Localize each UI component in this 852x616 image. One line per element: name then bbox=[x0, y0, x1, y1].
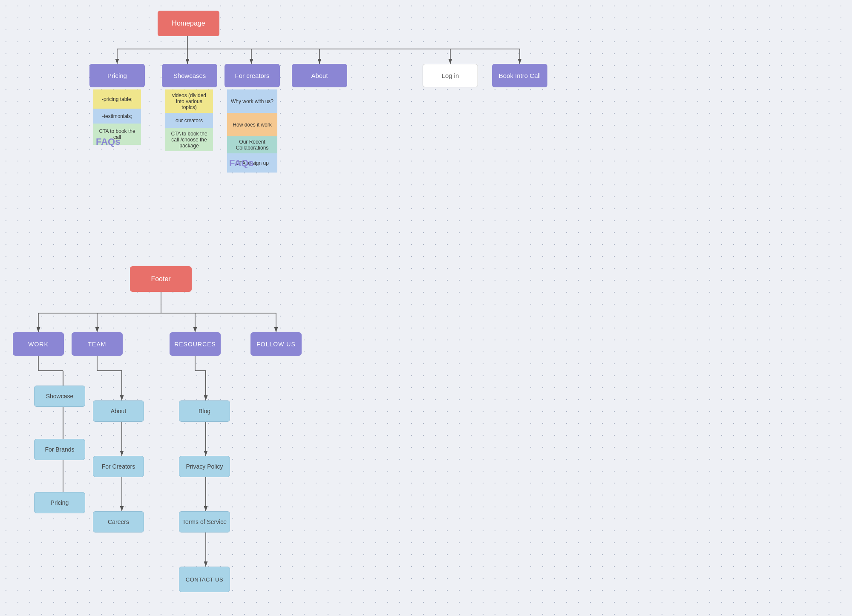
login-node[interactable]: Log in bbox=[423, 64, 478, 87]
for-brands-link-node[interactable]: For Brands bbox=[34, 439, 85, 460]
pricing-sub-1: -pricing table; bbox=[93, 89, 141, 109]
about-main-node[interactable]: About bbox=[292, 64, 347, 87]
book-intro-call-node[interactable]: Book Intro Call bbox=[492, 64, 547, 87]
careers-link-node[interactable]: Careers bbox=[93, 511, 144, 533]
footer-node[interactable]: Footer bbox=[130, 266, 192, 292]
for-creators-sub-1: Why work with us? bbox=[227, 89, 277, 113]
for-creators-faqs: FAQs bbox=[229, 158, 253, 169]
pricing-faqs: FAQs bbox=[96, 136, 120, 147]
showcases-sub-2: our creators bbox=[165, 113, 213, 128]
showcases-sub-stack: videos (divided into various topics) our… bbox=[165, 89, 213, 151]
for-creators-sub-2: How does it work bbox=[227, 113, 277, 136]
homepage-node[interactable]: Homepage bbox=[158, 11, 219, 36]
follow-us-node[interactable]: FOLLOW US bbox=[250, 332, 302, 356]
privacy-policy-link-node[interactable]: Privacy Policy bbox=[179, 456, 230, 477]
team-node[interactable]: TEAM bbox=[72, 332, 123, 356]
showcases-sub-3: CTA to book the call /choose the package bbox=[165, 128, 213, 151]
for-creators-sub-3: Our Recent Collaborations bbox=[227, 136, 277, 153]
showcases-sub-1: videos (divided into various topics) bbox=[165, 89, 213, 113]
showcases-main-node[interactable]: Showcases bbox=[162, 64, 217, 87]
about-link-node[interactable]: About bbox=[93, 400, 144, 422]
contact-us-link-node[interactable]: CONTACT US bbox=[179, 567, 230, 592]
pricing-sub-2: -testimonials; bbox=[93, 109, 141, 124]
resources-node[interactable]: RESOURCES bbox=[170, 332, 221, 356]
pricing-link-node[interactable]: Pricing bbox=[34, 492, 85, 513]
terms-link-node[interactable]: Terms of Service bbox=[179, 511, 230, 533]
pricing-main-node[interactable]: Pricing bbox=[89, 64, 145, 87]
work-node[interactable]: WORK bbox=[13, 332, 64, 356]
for-creators-main-node[interactable]: For creators bbox=[225, 64, 280, 87]
for-creators-link-node[interactable]: For Creators bbox=[93, 456, 144, 477]
blog-link-node[interactable]: Blog bbox=[179, 400, 230, 422]
showcase-link-node[interactable]: Showcase bbox=[34, 386, 85, 407]
